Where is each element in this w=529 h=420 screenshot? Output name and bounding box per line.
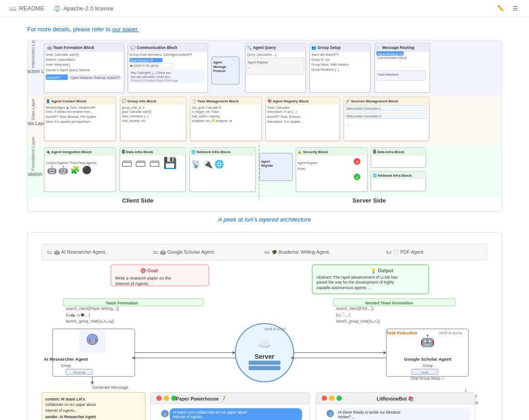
svg-text:Client Side: Client Side (122, 197, 154, 204)
svg-text:Tools: Calculator: Tools: Calculator (267, 106, 290, 109)
svg-text:🔒 Security Block: 🔒 Security Block (297, 150, 328, 154)
readme-label: README (19, 5, 44, 12)
svg-text:Description: It is capable...: Description: It is capable... (267, 120, 303, 124)
content-area: For more details, please refer to our pa… (0, 17, 529, 420)
svg-text:Group Members: [...]: Group Members: [...] (311, 68, 339, 72)
svg-text:Teamup: AutoGPT: Teamup: AutoGPT (94, 76, 121, 80)
ioa-diagram: c₁: 🤖 AI Researcher Agent, c₂: 🤖 Google … (27, 232, 502, 420)
svg-text:💬 Communication Block: 💬 Communication Block (131, 45, 177, 50)
svg-text:AutoGPT: AutoGPT (47, 76, 61, 80)
page-wrapper: 📖 README ⚖️ Apache-2.0 license ✏️ ☰ For … (0, 0, 529, 420)
svg-text:Data Layer: Data Layer (30, 98, 35, 120)
svg-text:📚 Agent Registry Block: 📚 Agent Registry Block (267, 99, 309, 103)
svg-text:🔍 Agent Query: 🔍 Agent Query (247, 45, 276, 50)
svg-text:Math Masters 🔢: Math Masters 🔢 (131, 58, 154, 63)
svg-text:🤖 Team Formation Block: 🤖 Team Formation Block (47, 45, 95, 50)
svg-rect-165 (248, 361, 280, 365)
svg-text:Hey CalcAgent, [...] Since you: Hey CalcAgent, [...] Since you (131, 71, 171, 75)
architecture-diagram: Interaction Layer Data Layer Foundation … (27, 40, 502, 212)
svg-text:🤖: 🤖 (163, 411, 168, 416)
readme-tab[interactable]: 📖 README (9, 5, 44, 12)
svg-point-198 (156, 396, 162, 401)
svg-text:Desc: It obtains the weather f: Desc: It obtains the weather from... (46, 110, 93, 113)
readme-icon: 📖 (9, 5, 16, 12)
svg-text:c₃: 🎓 Academic Writing Agent,: c₃: 🎓 Academic Writing Agent, (265, 249, 330, 255)
svg-text:...: ... (347, 123, 349, 126)
svg-text:🗄 Data Infra Block: 🗄 Data Infra Block (373, 150, 405, 154)
svg-text:💬 Group Info Block: 💬 Group Info Block (122, 99, 157, 103)
svg-text:Description: It can [...]: Description: It can [...] (267, 110, 297, 114)
svg-text:code interpreter}: code interpreter} (46, 63, 70, 67)
svg-text:🌐 Network Infra Block: 🌐 Network Infra Block (373, 173, 412, 178)
svg-rect-166 (248, 366, 280, 370)
svg-text:Server: Server (255, 353, 275, 360)
svg-text:Google Scholar Agent: Google Scholar Agent (404, 357, 452, 362)
svg-text:☁️: ☁️ (257, 336, 272, 350)
svg-text:task_status: ongoing: task_status: ongoing (192, 115, 219, 118)
license-tab[interactable]: ⚖️ Apache-2.0 license (53, 5, 114, 12)
svg-text:🤖: 🤖 (328, 411, 334, 416)
svg-text:paved the way for the developm: paved the way for the development of hig… (316, 280, 394, 285)
svg-text:Hi there! Ready to tackle our : Hi there! Ready to tackle our literature (338, 410, 401, 414)
svg-text:{c₆📄,...}: {c₆📄,...} (336, 312, 350, 317)
svg-text:AI Researcher Agent: AI Researcher Agent (44, 357, 88, 362)
arch-caption-text: A peek at IoA's layered architecture (218, 216, 311, 223)
svg-text:🤖: 🤖 (420, 334, 435, 348)
svg-text:...: ... (248, 65, 251, 68)
paper-link[interactable]: For more details, please refer to our pa… (27, 26, 502, 33)
svg-text:Agent Register: Agent Register (297, 161, 318, 165)
svg-text:Abstract: The rapid advancemen: Abstract: The rapid advancement of LLMs … (316, 275, 398, 279)
svg-text:🌐 Network Infra Block: 🌐 Network Infra Block (191, 150, 231, 154)
edit-icon[interactable]: ✏️ (496, 4, 505, 13)
svg-text:team_members: [...]: team_members: [...] (122, 115, 149, 118)
svg-text:Team Members: Team Members (378, 73, 399, 76)
svg-text:Message: Message (213, 65, 226, 69)
svg-text:Agent: Agent (261, 160, 270, 164)
svg-text:Custom Agents  Third-Party Age: Custom Agents Third-Party Agents: (46, 161, 97, 165)
svg-text:📋 Task Management Block: 📋 Task Management Block (192, 99, 239, 103)
svg-text:Team Formation: Team Formation (106, 301, 138, 305)
svg-text:WeatherAgent 🌤 Tools: Weather: WeatherAgent 🌤 Tools: Weather API (46, 106, 96, 110)
svg-text:Search: {calculation,: Search: {calculation, (46, 58, 76, 62)
svg-text:🗃 🗃 🗃 💾: 🗃 🗃 🗃 💾 (121, 156, 177, 170)
top-bar: 📖 README ⚖️ Apache-2.0 license ✏️ ☰ (0, 0, 529, 17)
svg-text:▶ joined in the group: ▶ joined in the group (131, 64, 159, 68)
svg-point-162 (235, 323, 294, 382)
svg-text:Interaction Layer: Interaction Layer (30, 40, 35, 68)
svg-text:Protocol-Compliant Agent Messa: Protocol-Compliant Agent Message (131, 79, 178, 82)
svg-text:Agent: Agent (213, 61, 222, 64)
svg-text:Desc: It is capable yet expens: Desc: It is capable yet expensive... (46, 120, 92, 124)
top-bar-right: ✏️ ☰ (496, 4, 520, 13)
svg-text:🔌 Agent Integration Block: 🔌 Agent Integration Block (46, 150, 92, 154)
svg-text:Foundation Layer: Foundation Layer (30, 136, 35, 171)
svg-text:c₆: 📄 PDF Agent: c₆: 📄 PDF Agent (386, 249, 423, 255)
svg-text:Nested Team Formation: Nested Team Formation (365, 301, 413, 305)
svg-text:group_chat_id: 0: group_chat_id: 0 (122, 106, 145, 110)
svg-text:c₂ c₆: c₂ c₆ (422, 370, 429, 374)
svg-text:Register: Register (261, 164, 273, 168)
svg-text:Agent Message from: Agent Message from (378, 53, 406, 56)
svg-text:Internet of Agents...: Internet of Agents... (173, 415, 205, 419)
svg-text:goal: Calculate sqrt(9): goal: Calculate sqrt(9) (122, 110, 151, 114)
svg-text:chat_records: xxx: chat_records: xxx (122, 119, 146, 123)
svg-point-216 (329, 396, 335, 401)
svg-text:Server Side: Server Side (353, 197, 386, 204)
svg-point-199 (164, 396, 169, 401)
svg-text:🗄 Data Infra Block: 🗄 Data Infra Block (121, 150, 154, 154)
svg-text:LitReviewBot 📚: LitReviewBot 📚 (377, 396, 414, 401)
svg-text:Open Interpreter: Open Interpreter (71, 76, 95, 80)
svg-text:📡 🔌 🌐: 📡 🔌 🌐 (191, 159, 224, 169)
svg-text:Group: Group (61, 364, 71, 368)
svg-text:assignee: xxx 🔑 assignee: xx: assignee: xxx 🔑 assignee: xx (192, 119, 233, 123)
svg-text:📨 Message Routing: 📨 Message Routing (376, 45, 414, 50)
svg-text:Group Chat Members: CalcAgent : Group Chat Members: CalcAgent AutoGPT (130, 53, 193, 57)
svg-text:launch_group_chat({c₁,c₂,c₃}): launch_group_chat({c₁,c₂,c₃}) (66, 319, 114, 323)
menu-icon[interactable]: ☰ (511, 4, 520, 13)
svg-text:omit N turns: omit N turns (439, 330, 462, 335)
svg-text:{c₂🤖, c₃🎓,...}: {c₂🤖, c₃🎓,...} (66, 312, 90, 317)
svg-point-215 (322, 396, 327, 401)
svg-text:💡 Output: 💡 Output (370, 267, 393, 273)
svg-text:🔗 Session Management Block: 🔗 Session Management Block (345, 99, 398, 103)
svg-text:Group: Group (422, 364, 433, 368)
svg-text:search_client({PDF,...}): search_client({PDF,...}) (336, 306, 374, 310)
